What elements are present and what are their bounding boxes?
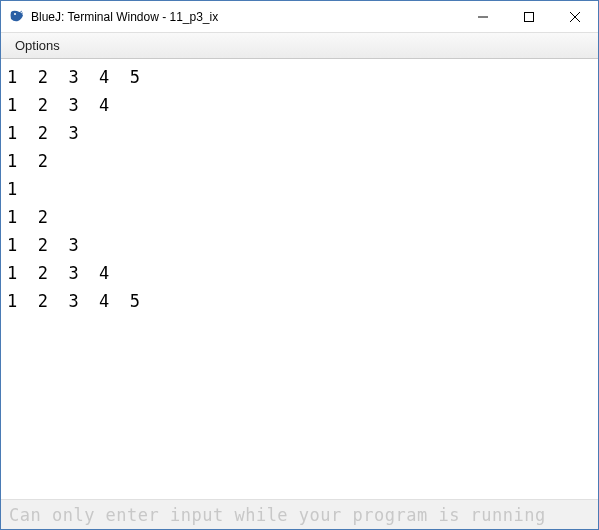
menubar: Options xyxy=(1,33,598,59)
svg-point-0 xyxy=(14,13,16,15)
window-title: BlueJ: Terminal Window - 11_p3_ix xyxy=(31,10,460,24)
close-button[interactable] xyxy=(552,1,598,32)
terminal-line: 1 2 3 4 xyxy=(7,91,592,119)
terminal-line: 1 2 3 4 5 xyxy=(7,63,592,91)
terminal-line: 1 2 3 4 5 xyxy=(7,287,592,315)
terminal-line: 1 2 3 xyxy=(7,231,592,259)
terminal-line: 1 2 3 4 xyxy=(7,259,592,287)
minimize-button[interactable] xyxy=(460,1,506,32)
terminal-line: 1 2 xyxy=(7,203,592,231)
terminal-line: 1 2 xyxy=(7,147,592,175)
maximize-icon xyxy=(524,12,534,22)
terminal-output: 1 2 3 4 51 2 3 41 2 31 211 21 2 31 2 3 4… xyxy=(1,59,598,499)
titlebar: BlueJ: Terminal Window - 11_p3_ix xyxy=(1,1,598,33)
bluej-icon xyxy=(9,9,25,25)
svg-rect-2 xyxy=(525,12,534,21)
terminal-line: 1 xyxy=(7,175,592,203)
terminal-input xyxy=(9,505,590,525)
menu-options[interactable]: Options xyxy=(7,35,68,56)
maximize-button[interactable] xyxy=(506,1,552,32)
input-bar xyxy=(1,499,598,529)
close-icon xyxy=(570,12,580,22)
window-controls xyxy=(460,1,598,32)
terminal-line: 1 2 3 xyxy=(7,119,592,147)
minimize-icon xyxy=(478,12,488,22)
